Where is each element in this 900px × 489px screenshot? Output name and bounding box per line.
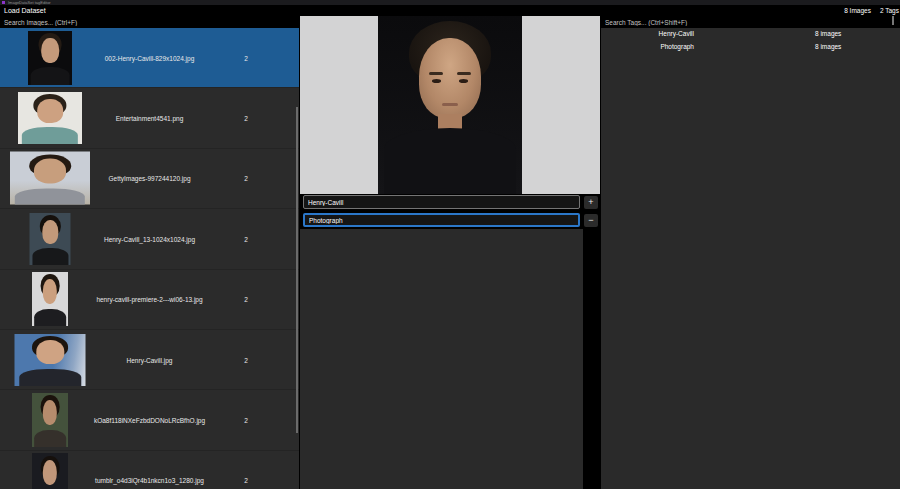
- tag-image-count: 8 images: [815, 27, 841, 40]
- image-filename: Henry-Cavill_13-1024x1024.jpg: [0, 235, 299, 242]
- tag-editor-row: −: [300, 213, 600, 227]
- tag-editor-row: +: [300, 195, 600, 209]
- image-filename: kOa8f118iNXeFzbdDONoLRcBfhO.jpg: [0, 417, 299, 424]
- image-filename: tumblr_o4d3iQr4b1nkcn1o3_1280.jpg: [0, 477, 299, 484]
- tag-list: Henry-Cavill 8 images Photograph 8 image…: [601, 27, 900, 53]
- search-images-input[interactable]: [0, 16, 299, 28]
- thumb-torso: [34, 309, 66, 326]
- image-tag-count: 2: [240, 296, 252, 303]
- thumb-torso: [19, 369, 81, 386]
- tag-name: Photograph: [601, 40, 694, 53]
- image-filename: Entertainment4541.png: [0, 115, 299, 122]
- image-list-item[interactable]: Henry-Cavill_13-1024x1024.jpg 2: [0, 209, 299, 269]
- image-tag-count: 2: [240, 477, 252, 484]
- image-list-item[interactable]: henry-cavill-premiere-2---wi06-13.jpg 2: [0, 270, 299, 330]
- image-filename: henry-cavill-premiere-2---wi06-13.jpg: [0, 296, 299, 303]
- panel-divider: [299, 16, 300, 489]
- tag-list-item[interactable]: Henry-Cavill 8 images: [601, 27, 900, 40]
- image-list-item[interactable]: kOa8f118iNXeFzbdDONoLRcBfhO.jpg 2: [0, 390, 299, 450]
- tag-editor-rows: + −: [300, 16, 600, 489]
- tag-list-item[interactable]: Photograph 8 images: [601, 40, 900, 53]
- thumb-torso: [15, 188, 85, 205]
- add-tag-button[interactable]: +: [584, 196, 598, 209]
- image-tag-count: 2: [240, 115, 252, 122]
- image-filename: 002-Henry-Cavill-829x1024.jpg: [0, 54, 299, 61]
- images-count: 8 Images: [844, 7, 871, 14]
- dataset-counts: 8 Images 2 Tags: [844, 7, 900, 14]
- image-list-item[interactable]: 002-Henry-Cavill-829x1024.jpg 2: [0, 28, 299, 88]
- thumb-torso: [31, 67, 70, 84]
- load-dataset-button[interactable]: Load Dataset: [4, 7, 46, 14]
- thumb-torso: [34, 430, 66, 447]
- image-list-panel: 002-Henry-Cavill-829x1024.jpg 2 Entertai…: [0, 16, 299, 489]
- tag-image-count: 8 images: [815, 40, 841, 53]
- app-window: ImageDataSet tagEditor Load Dataset 8 Im…: [0, 0, 900, 489]
- image-filename: Henry-Cavill.jpg: [0, 356, 299, 363]
- tags-count: 2 Tags: [880, 7, 899, 14]
- toolbar: Load Dataset 8 Images 2 Tags: [0, 5, 900, 16]
- image-tag-count: 2: [240, 175, 252, 182]
- thumb-torso: [22, 127, 78, 144]
- tag-name: Henry-Cavill: [601, 27, 694, 40]
- image-list-item[interactable]: GettyImages-997244120.jpg 2: [0, 149, 299, 209]
- image-filename: GettyImages-997244120.jpg: [0, 175, 299, 182]
- image-tag-count: 2: [240, 417, 252, 424]
- preview-panel: + −: [300, 16, 600, 489]
- app-icon: [2, 1, 5, 4]
- image-list-item[interactable]: Entertainment4541.png 2: [0, 88, 299, 148]
- image-list-item[interactable]: tumblr_o4d3iQr4b1nkcn1o3_1280.jpg 2: [0, 451, 299, 489]
- image-tag-count: 2: [240, 54, 252, 61]
- tag-input[interactable]: [303, 195, 580, 209]
- image-list-item[interactable]: Henry-Cavill.jpg 2: [0, 330, 299, 390]
- image-list-scrollbar[interactable]: [296, 107, 298, 433]
- tag-input[interactable]: [303, 213, 580, 227]
- tag-list-scrollbar[interactable]: [892, 16, 894, 25]
- image-tag-count: 2: [240, 235, 252, 242]
- remove-tag-button[interactable]: −: [584, 214, 598, 227]
- thumb-torso: [32, 248, 68, 265]
- tag-list-panel: Henry-Cavill 8 images Photograph 8 image…: [601, 16, 900, 489]
- image-tag-count: 2: [240, 356, 252, 363]
- panel-divider: [600, 16, 601, 489]
- image-list: 002-Henry-Cavill-829x1024.jpg 2 Entertai…: [0, 28, 299, 489]
